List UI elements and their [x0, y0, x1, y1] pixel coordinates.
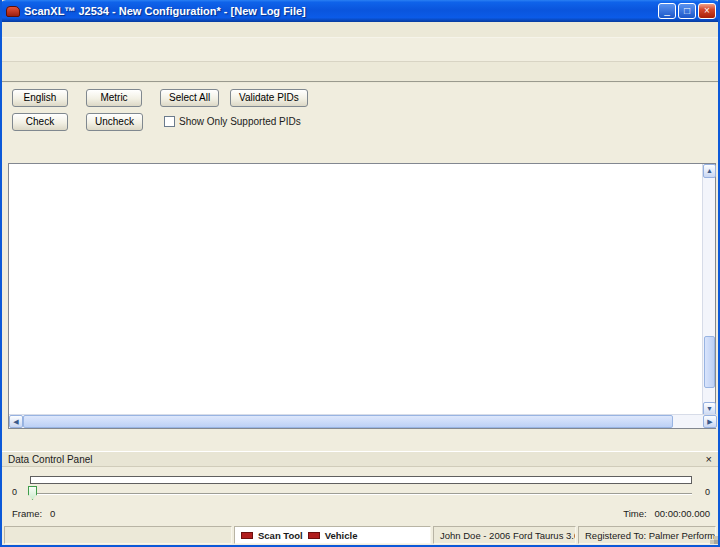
panel-close-icon[interactable]: ×: [706, 453, 712, 465]
uncheck-button[interactable]: Uncheck: [86, 113, 143, 131]
scroll-left-icon[interactable]: ◀: [9, 415, 23, 428]
app-icon: [6, 6, 20, 17]
range-end-label: 0: [705, 487, 710, 497]
data-control-panel: 0 0 Frame: 0 Time: 00:00:00.000: [2, 467, 718, 528]
validate-pids-button[interactable]: Validate PIDs: [230, 89, 308, 107]
select-all-button[interactable]: Select All: [160, 89, 219, 107]
frame-slider-track[interactable]: [30, 493, 692, 495]
playback-progress-bar: [30, 476, 692, 484]
range-start-label: 0: [12, 487, 17, 497]
close-button[interactable]: ×: [698, 3, 716, 19]
vertical-scroll-thumb[interactable]: [704, 336, 715, 388]
status-cell-vehicle-info: John Doe - 2006 Ford Taurus 3.0L: [433, 526, 576, 544]
horizontal-scroll-thumb[interactable]: [23, 415, 673, 428]
vehicle-status-label: Vehicle: [325, 530, 358, 541]
scan-tool-status-icon: [241, 532, 253, 539]
data-control-panel-header: Data Control Panel ×: [2, 451, 718, 467]
english-button[interactable]: English: [12, 89, 68, 107]
frame-value: 0: [50, 508, 55, 519]
window-controls: _□×: [658, 3, 716, 19]
scroll-right-icon[interactable]: ▶: [703, 415, 717, 428]
title-bar: ScanXL™ J2534 - New Configuration* - [Ne…: [0, 0, 720, 22]
pid-config-page: English Metric Select All Validate PIDs …: [2, 83, 718, 545]
table-header: [9, 164, 704, 180]
toolbar: [2, 38, 718, 62]
minimize-button[interactable]: _: [658, 3, 676, 19]
metric-button[interactable]: Metric: [86, 89, 142, 107]
vehicle-status-icon: [308, 532, 320, 539]
frame-label: Frame:: [12, 508, 42, 519]
status-bar: Scan Tool Vehicle John Doe - 2006 Ford T…: [4, 526, 716, 544]
horizontal-scrollbar[interactable]: ◀ ▶: [9, 414, 717, 428]
scroll-up-icon[interactable]: ▲: [703, 164, 716, 178]
data-control-panel-title: Data Control Panel: [8, 454, 706, 465]
pid-counts-strip: [5, 433, 715, 450]
status-cell-empty: [4, 526, 232, 544]
frame-slider-thumb[interactable]: [28, 486, 37, 500]
menu-bar: [2, 22, 718, 38]
pid-table: ▲ ▼ ◀ ▶: [8, 163, 716, 429]
app-window: ScanXL™ J2534 - New Configuration* - [Ne…: [0, 0, 720, 547]
time-value: 00:00:00.000: [655, 508, 710, 519]
status-cell-registered: Registered To: Palmer Performance: [578, 526, 716, 544]
maximize-button[interactable]: □: [678, 3, 696, 19]
check-button[interactable]: Check: [12, 113, 68, 131]
tab-strip: [2, 62, 718, 82]
time-label: Time:: [623, 508, 646, 519]
show-only-supported-label: Show Only Supported PIDs: [179, 116, 301, 127]
resize-grip[interactable]: [714, 540, 718, 544]
show-only-supported-checkbox[interactable]: [164, 116, 175, 127]
vertical-scrollbar[interactable]: ▲ ▼: [702, 164, 715, 416]
table-body: [9, 180, 704, 416]
status-cell-connections: Scan Tool Vehicle: [234, 526, 431, 544]
window-title: ScanXL™ J2534 - New Configuration* - [Ne…: [24, 5, 658, 17]
scan-tool-status-label: Scan Tool: [258, 530, 303, 541]
